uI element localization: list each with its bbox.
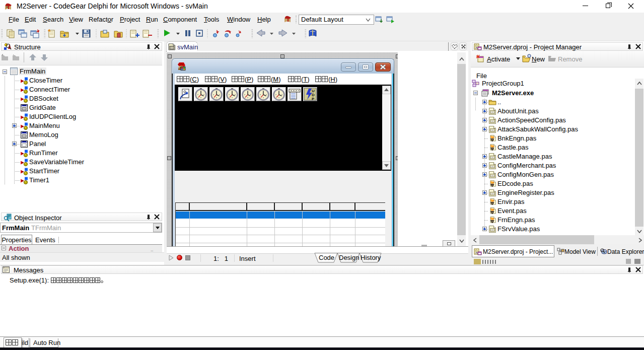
svg-text:Code: Code	[319, 254, 334, 261]
svg-text:P: P	[312, 97, 315, 101]
svg-text:History: History	[361, 254, 381, 261]
svg-text:Design: Design	[339, 254, 359, 261]
